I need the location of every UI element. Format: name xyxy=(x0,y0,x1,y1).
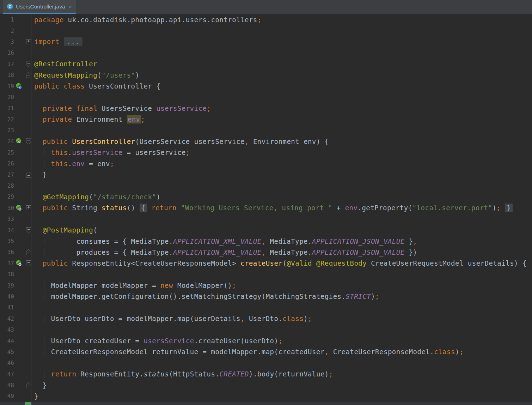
code-line[interactable]: 30+ public String status() { return "Wor… xyxy=(0,202,532,213)
code-editor[interactable]: 1package uk.co.datadisk.photoapp.api.use… xyxy=(0,14,532,402)
code-line[interactable]: 22 private Environment env; xyxy=(0,114,532,125)
code-line[interactable]: 27− } xyxy=(0,169,532,180)
token-const: APPLICATION_XML_VALUE xyxy=(173,248,262,256)
code-line[interactable]: 41 xyxy=(0,302,532,313)
code-line[interactable]: 34− @PostMapping( xyxy=(0,224,532,235)
token-plain: () xyxy=(127,204,140,212)
gutter-icon-slot xyxy=(14,138,23,145)
code-line[interactable]: 21 private final UsersService usersServi… xyxy=(0,103,532,114)
token-hlbrace: } xyxy=(505,204,513,212)
code-line[interactable]: 29 @GetMapping("/status/check") xyxy=(0,191,532,202)
spring-autowired-icon[interactable] xyxy=(16,138,22,145)
code-line[interactable]: 49} xyxy=(0,391,532,401)
code-line[interactable]: 23 xyxy=(0,125,532,136)
token-punc: ; xyxy=(278,337,282,345)
token-const: APPLICATION_XML_VALUE xyxy=(173,237,262,245)
token-kw: class xyxy=(434,348,455,356)
code-line[interactable]: 2 xyxy=(0,25,532,36)
code-line[interactable]: 45 CreateUserResponseModel returnValue =… xyxy=(0,346,532,357)
code-line[interactable]: 44 UserDto createdUser = usersService.cr… xyxy=(0,335,532,346)
close-icon[interactable]: × xyxy=(68,4,73,10)
code-line[interactable]: 35 consumes = { MediaType.APPLICATION_XM… xyxy=(0,236,532,247)
code-line[interactable]: 47 return ResponseEntity.status(HttpStat… xyxy=(0,369,532,380)
token-plain: ) xyxy=(156,193,160,201)
token-kw: new xyxy=(160,282,173,289)
line-number: 30 xyxy=(0,205,14,211)
code-line[interactable]: 37− public ResponseEntity<CreateUserResp… xyxy=(0,258,532,269)
code-line[interactable]: 28 xyxy=(0,180,532,191)
fold-slot: − xyxy=(23,72,34,78)
fold-start-icon[interactable]: − xyxy=(26,61,31,67)
token-punc: , xyxy=(262,237,266,245)
fold-slot: − xyxy=(23,382,34,388)
line-number: 19 xyxy=(0,83,14,90)
token-const: APPLICATION_JSON_VALUE xyxy=(312,248,405,256)
token-plain xyxy=(60,38,64,46)
token-plain: ResponseEntity. xyxy=(76,370,143,378)
token-plain: String xyxy=(68,204,102,212)
spring-request-mapping-icon[interactable] xyxy=(16,205,22,211)
fold-expand-icon[interactable]: + xyxy=(26,39,31,44)
token-plain xyxy=(147,204,151,212)
code-line[interactable]: 36− produces = { MediaType.APPLICATION_X… xyxy=(0,247,532,258)
line-number: 41 xyxy=(0,304,14,311)
code-line[interactable]: 3+import ... xyxy=(0,36,532,47)
line-number: 16 xyxy=(0,49,14,56)
token-plain: ( xyxy=(282,259,287,267)
line-number: 36 xyxy=(0,249,14,255)
fold-end-icon[interactable]: − xyxy=(26,249,31,255)
code-line[interactable]: 38 xyxy=(0,269,532,280)
code-line[interactable]: 46 xyxy=(0,357,532,368)
tab-userscontroller-java[interactable]: C UsersController.java × xyxy=(3,0,76,14)
token-field: env xyxy=(72,160,85,168)
token-hlenv: env xyxy=(127,115,141,123)
token-plain xyxy=(34,259,43,267)
spring-request-mapping-icon[interactable] xyxy=(16,260,22,267)
code-line[interactable]: 19cpublic class UsersController { xyxy=(0,80,532,91)
code-text: UserDto createdUser = usersService.creat… xyxy=(34,337,282,345)
token-str: "local.server.port" xyxy=(412,204,493,212)
code-line[interactable]: 16 xyxy=(0,47,532,58)
code-line[interactable]: 43 xyxy=(0,324,532,335)
code-text: private final UsersService usersService; xyxy=(34,104,211,112)
token-plain xyxy=(312,259,316,267)
code-text: public class UsersController { xyxy=(34,82,160,90)
fold-end-icon[interactable]: − xyxy=(26,382,31,388)
token-plain: = env xyxy=(85,160,110,168)
spring-bean-controller-icon[interactable]: c xyxy=(16,83,22,90)
code-line[interactable]: 17−@RestController xyxy=(0,59,532,69)
line-number: 37 xyxy=(0,260,14,267)
code-line[interactable]: 1package uk.co.datadisk.photoapp.api.use… xyxy=(0,14,532,25)
line-number: 28 xyxy=(0,182,14,189)
fold-start-icon[interactable]: − xyxy=(26,138,31,144)
code-line[interactable]: 24− public UsersController(UsersService … xyxy=(0,136,532,147)
code-line[interactable]: 20 xyxy=(0,92,532,103)
fold-start-icon[interactable]: − xyxy=(26,227,31,233)
token-plain xyxy=(34,204,43,212)
code-text: @GetMapping("/status/check") xyxy=(34,193,160,201)
token-ann: @RestController xyxy=(34,60,97,68)
code-line[interactable]: 39 ModelMapper modelMapper = new ModelMa… xyxy=(0,280,532,291)
fold-end-icon[interactable]: − xyxy=(26,72,31,78)
code-line[interactable]: 26 this.env = env; xyxy=(0,158,532,169)
token-method: status xyxy=(102,204,127,212)
code-line[interactable]: 48− } xyxy=(0,380,532,391)
line-number: 24 xyxy=(0,138,14,145)
fold-slot: − xyxy=(23,260,34,266)
token-punc: ; xyxy=(375,292,379,300)
fold-expand-icon[interactable]: + xyxy=(26,205,31,210)
fold-start-icon[interactable]: − xyxy=(26,260,31,266)
fold-slot: − xyxy=(23,138,34,144)
line-number: 43 xyxy=(0,326,14,333)
fold-end-icon[interactable]: − xyxy=(26,172,31,178)
code-line[interactable]: 25 this.usersService = usersService; xyxy=(0,147,532,158)
code-text: private Environment env; xyxy=(34,115,145,123)
code-line[interactable]: 42 UserDto userDto = modelMapper.map(use… xyxy=(0,313,532,324)
code-line[interactable]: 40 modelMapper.getConfiguration().setMat… xyxy=(0,291,532,302)
token-plain: MediaType. xyxy=(266,237,312,245)
token-plain xyxy=(34,160,51,168)
code-line[interactable]: 33 xyxy=(0,213,532,224)
token-punc: , xyxy=(240,315,245,322)
code-line[interactable]: 18−@RequestMapping("/users") xyxy=(0,69,532,80)
token-punc: ; xyxy=(110,160,114,168)
